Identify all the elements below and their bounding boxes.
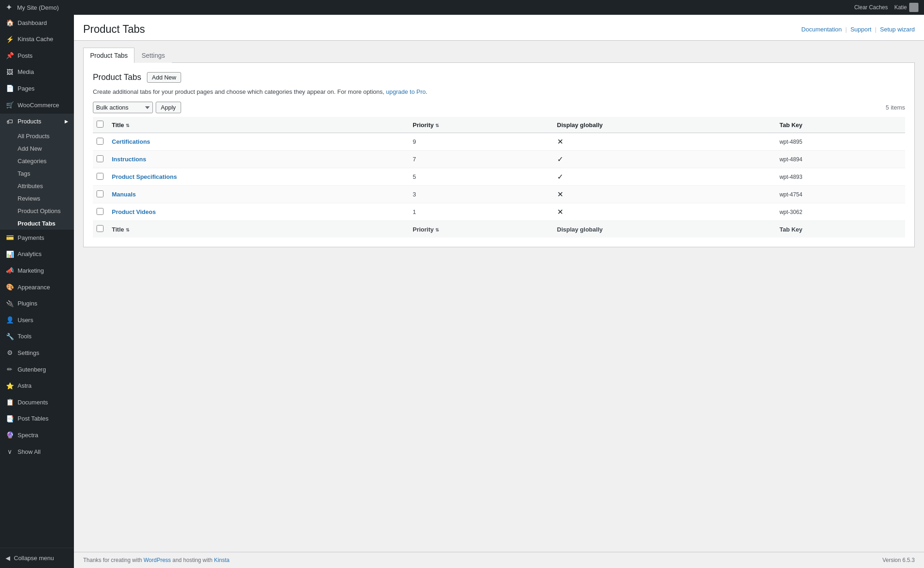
submenu-attributes[interactable]: Attributes bbox=[0, 180, 74, 192]
products-submenu: All Products Add New Categories Tags Att… bbox=[0, 130, 74, 230]
row-title: Product Videos bbox=[107, 203, 408, 221]
apply-button[interactable]: Apply bbox=[156, 102, 181, 113]
clear-caches-button[interactable]: Clear Caches bbox=[854, 4, 888, 11]
row-title-link[interactable]: Product Videos bbox=[112, 208, 156, 215]
support-link[interactable]: Support bbox=[851, 26, 872, 33]
post-tables-icon: 📑 bbox=[6, 415, 14, 424]
tab-settings[interactable]: Settings bbox=[134, 48, 172, 63]
row-title-link[interactable]: Product Specifications bbox=[112, 173, 177, 180]
product-tabs-table: Title ⇅ Priority ⇅ Display globally Tab … bbox=[93, 117, 905, 238]
sidebar-item-analytics[interactable]: 📊 Analytics bbox=[0, 246, 74, 263]
row-title-link[interactable]: Certifications bbox=[112, 138, 150, 145]
cross-icon: ✕ bbox=[557, 190, 563, 198]
sidebar-item-post-tables[interactable]: 📑 Post Tables bbox=[0, 411, 74, 428]
sidebar-item-spectra[interactable]: 🔮 Spectra bbox=[0, 427, 74, 444]
collapse-menu-button[interactable]: ◀ Collapse menu bbox=[0, 551, 74, 565]
sidebar-item-show-all[interactable]: ∨ Show All bbox=[0, 444, 74, 460]
tab-product-tabs[interactable]: Product Tabs bbox=[83, 48, 134, 63]
tab-nav: Product Tabs Settings bbox=[83, 48, 915, 63]
submenu-add-new[interactable]: Add New bbox=[0, 142, 74, 155]
table-row: Instructions7✓wpt-4894 bbox=[93, 151, 905, 168]
setup-wizard-link[interactable]: Setup wizard bbox=[880, 26, 915, 33]
row-title: Certifications bbox=[107, 133, 408, 151]
add-new-button[interactable]: Add New bbox=[147, 72, 182, 83]
row-checkbox-col bbox=[93, 168, 107, 186]
table-row: Manuals3✕wpt-4754 bbox=[93, 186, 905, 203]
sidebar-item-documents[interactable]: 📋 Documents bbox=[0, 394, 74, 411]
sidebar-item-gutenberg[interactable]: ✏ Gutenberg bbox=[0, 361, 74, 378]
main-content: Product Tabs Documentation | Support | S… bbox=[74, 15, 924, 568]
submenu-product-tabs[interactable]: Product Tabs bbox=[0, 217, 74, 230]
wordpress-link[interactable]: WordPress bbox=[144, 557, 171, 563]
row-priority: 5 bbox=[408, 168, 552, 186]
sidebar-item-astra[interactable]: ⭐ Astra bbox=[0, 378, 74, 395]
row-checkbox[interactable] bbox=[97, 173, 103, 180]
sidebar-item-tools[interactable]: 🔧 Tools bbox=[0, 329, 74, 345]
sidebar-item-dashboard[interactable]: 🏠 Dashboard bbox=[0, 15, 74, 31]
sidebar-label-products: Products bbox=[18, 117, 41, 126]
table-row: Product Videos1✕wpt-3062 bbox=[93, 203, 905, 221]
row-title-link[interactable]: Instructions bbox=[112, 156, 146, 163]
submenu-reviews[interactable]: Reviews bbox=[0, 192, 74, 205]
submenu-product-options[interactable]: Product Options bbox=[0, 205, 74, 217]
sidebar-item-posts[interactable]: 📌 Posts bbox=[0, 48, 74, 64]
priority-sort-icon[interactable]: ⇅ bbox=[435, 123, 439, 128]
sidebar-item-marketing[interactable]: 📣 Marketing bbox=[0, 263, 74, 279]
sidebar-label-tools: Tools bbox=[18, 332, 31, 341]
documentation-link[interactable]: Documentation bbox=[802, 26, 842, 33]
select-all-checkbox[interactable] bbox=[97, 121, 103, 128]
sidebar-item-payments[interactable]: 💳 Payments bbox=[0, 230, 74, 246]
desc-end: . bbox=[426, 88, 428, 95]
title-sort-icon[interactable]: ⇅ bbox=[126, 123, 129, 128]
row-checkbox[interactable] bbox=[97, 155, 103, 162]
payments-icon: 💳 bbox=[6, 233, 14, 243]
sidebar-item-plugins[interactable]: 🔌 Plugins bbox=[0, 296, 74, 312]
footer-priority: Priority ⇅ bbox=[408, 221, 552, 238]
sidebar-label-users: Users bbox=[18, 316, 33, 324]
sidebar-label-dashboard: Dashboard bbox=[18, 19, 47, 27]
select-all-footer-checkbox[interactable] bbox=[97, 225, 103, 232]
sidebar-item-kinsta-cache[interactable]: ⚡ Kinsta Cache bbox=[0, 31, 74, 48]
footer-priority-sort-icon[interactable]: ⇅ bbox=[435, 227, 439, 232]
title-label: Title bbox=[112, 122, 124, 128]
appearance-icon: 🎨 bbox=[6, 283, 14, 292]
documents-icon: 📋 bbox=[6, 398, 14, 407]
footer-title-sort-icon[interactable]: ⇅ bbox=[126, 227, 129, 232]
row-checkbox-col bbox=[93, 203, 107, 221]
row-checkbox[interactable] bbox=[97, 138, 103, 145]
sidebar-item-media[interactable]: 🖼 Media bbox=[0, 64, 74, 81]
collapse-icon: ◀ bbox=[6, 555, 10, 562]
submenu-all-products[interactable]: All Products bbox=[0, 130, 74, 142]
kinsta-link[interactable]: Kinsta bbox=[214, 557, 229, 563]
sidebar-item-appearance[interactable]: 🎨 Appearance bbox=[0, 279, 74, 296]
bulk-actions-select[interactable]: Bulk actions bbox=[93, 102, 153, 113]
footer-title-label: Title bbox=[112, 226, 124, 233]
row-checkbox[interactable] bbox=[97, 208, 103, 215]
site-name[interactable]: My Site (Demo) bbox=[17, 4, 59, 11]
submenu-categories[interactable]: Categories bbox=[0, 155, 74, 167]
admin-bar: ✦ My Site (Demo) Clear Caches Katie bbox=[0, 0, 924, 15]
sidebar-item-users[interactable]: 👤 Users bbox=[0, 312, 74, 329]
sidebar-item-settings[interactable]: ⚙ Settings bbox=[0, 345, 74, 361]
show-all-icon: ∨ bbox=[6, 447, 14, 457]
sidebar-item-pages[interactable]: 📄 Pages bbox=[0, 80, 74, 97]
sidebar-item-products[interactable]: 🏷 Products ▶ bbox=[0, 114, 74, 130]
wp-icon: ✦ bbox=[6, 2, 12, 12]
row-priority: 3 bbox=[408, 186, 552, 203]
upgrade-link[interactable]: upgrade to Pro bbox=[386, 88, 426, 95]
sidebar-item-woocommerce[interactable]: 🛒 WooCommerce bbox=[0, 97, 74, 114]
sidebar-label-appearance: Appearance bbox=[18, 283, 50, 292]
row-tab-key: wpt-4893 bbox=[775, 168, 905, 186]
sidebar-label-gutenberg: Gutenberg bbox=[18, 366, 46, 374]
table-body: Certifications9✕wpt-4895Instructions7✓wp… bbox=[93, 133, 905, 221]
row-title-link[interactable]: Manuals bbox=[112, 191, 136, 198]
row-checkbox[interactable] bbox=[97, 190, 103, 197]
sidebar-label-kinsta-cache: Kinsta Cache bbox=[18, 35, 53, 43]
submenu-tags[interactable]: Tags bbox=[0, 167, 74, 180]
footer-display-globally: Display globally bbox=[553, 221, 775, 238]
row-display-globally: ✓ bbox=[553, 151, 775, 168]
user-avatar bbox=[909, 3, 918, 12]
admin-user: Katie bbox=[894, 3, 918, 12]
footer-text-middle: and hosting with bbox=[171, 557, 214, 563]
collapse-label: Collapse menu bbox=[14, 555, 54, 562]
